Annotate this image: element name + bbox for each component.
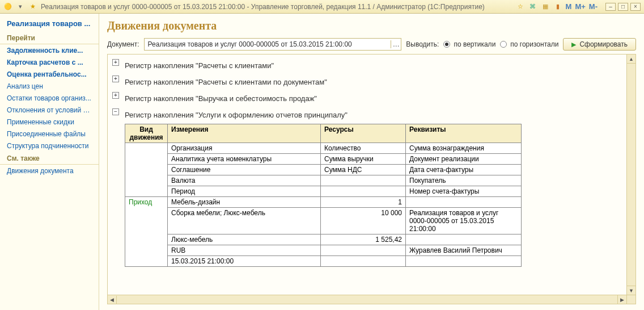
toolbar: Документ: Реализация товаров и услуг 000… xyxy=(99,36,644,54)
expand-reg2[interactable]: + xyxy=(112,76,119,82)
res-val-0: 1 xyxy=(321,197,406,208)
req-label-3: Покупатель xyxy=(406,175,522,186)
expand-reg3[interactable]: + xyxy=(112,92,119,99)
col-res: Ресурсы xyxy=(321,124,406,143)
doc-label: Документ: xyxy=(107,40,139,48)
scroll-up-icon[interactable]: ▲ xyxy=(627,55,635,64)
memory-mminus-button[interactable]: M- xyxy=(589,2,598,11)
sidebar-item-structure[interactable]: Структура подчиненности xyxy=(0,140,99,152)
col-req: Реквизиты xyxy=(406,124,522,143)
page-title: Движения документа xyxy=(99,14,644,36)
dim-val-2: Люкс-мебель xyxy=(168,234,321,245)
req-val-2 xyxy=(406,234,522,245)
dropdown-icon[interactable]: ▾ xyxy=(16,2,25,11)
report-area: + Регистр накопления "Расчеты с клиентам… xyxy=(107,54,636,304)
req-val-0 xyxy=(406,197,522,208)
register-title-3: Регистр накопления "Выручка и себестоимо… xyxy=(125,91,317,105)
register-title-2: Регистр накопления "Расчеты с клиентами … xyxy=(125,74,327,89)
document-field-value: Реализация товаров и услуг 0000-000005 о… xyxy=(145,40,391,48)
star-icon[interactable]: ★ xyxy=(28,2,37,11)
req-label-1: Документ реализации xyxy=(406,154,522,165)
sidebar-section-see: См. также xyxy=(0,152,99,165)
maximize-button[interactable]: □ xyxy=(618,3,628,11)
req-label-2: Дата счета-фактуры xyxy=(406,165,522,175)
scroll-left-icon[interactable]: ◀ xyxy=(108,296,117,304)
vertical-scrollbar[interactable]: ▲ ▼ xyxy=(626,55,635,295)
req-label-4: Номер счета-фактуры xyxy=(406,186,522,197)
radio-vertical-label: по вертикали xyxy=(454,40,495,48)
scroll-down-icon[interactable]: ▼ xyxy=(627,286,635,295)
dim-label-4: Период xyxy=(168,186,321,197)
res-val-2: 1 525,42 xyxy=(321,234,406,245)
generate-button-label: Сформировать xyxy=(579,40,628,48)
dim-label-3: Валюта xyxy=(168,175,321,186)
radio-horizontal[interactable] xyxy=(500,41,507,48)
req-label-0: Сумма вознаграждения xyxy=(406,143,522,154)
sidebar-item-files[interactable]: Присоединенные файлы xyxy=(0,128,99,140)
col-move: Вид движения xyxy=(125,124,168,143)
horizontal-scrollbar[interactable]: ◀ ▶ xyxy=(108,295,626,304)
dim-label-2: Соглашение xyxy=(168,165,321,175)
req-val-4 xyxy=(406,256,522,267)
main-area: Движения документа Документ: Реализация … xyxy=(99,14,644,310)
link-icon[interactable]: ⌘ xyxy=(528,2,537,11)
res-label-1: Сумма выручки xyxy=(321,154,406,165)
sidebar-item-card[interactable]: Карточка расчетов с ... xyxy=(0,57,99,68)
document-field-lookup-button[interactable]: … xyxy=(391,40,401,48)
sidebar-item-pricing[interactable]: Анализ цен xyxy=(0,81,99,92)
resize-handle[interactable] xyxy=(626,295,635,304)
collapse-reg4[interactable]: − xyxy=(112,108,119,115)
dim-label-0: Организация xyxy=(168,143,321,154)
expand-reg1[interactable]: + xyxy=(112,59,119,66)
memory-m-button[interactable]: M xyxy=(566,2,572,11)
output-label: Выводить: xyxy=(406,40,439,48)
dim-val-4: 15.03.2015 21:00:00 xyxy=(168,256,321,267)
app-icon: 🟡 xyxy=(3,2,12,11)
calendar-icon[interactable]: ▮ xyxy=(553,2,562,11)
favorite-icon[interactable]: ☆ xyxy=(516,2,525,11)
sidebar-item-movements[interactable]: Движения документа xyxy=(0,165,99,177)
radio-horizontal-label: по горизонтали xyxy=(510,40,558,48)
dim-label-1: Аналитика учета номенклатуры xyxy=(168,154,321,165)
req-val-3: Журавлев Василий Петрович xyxy=(406,245,522,256)
res-label-2: Сумма НДС xyxy=(321,165,406,175)
res-label-0: Количество xyxy=(321,143,406,154)
generate-button[interactable]: ▶ Сформировать xyxy=(563,38,636,51)
dim-val-3: RUB xyxy=(168,245,321,256)
register-title-4: Регистр накопления "Услуги к оформлению … xyxy=(125,107,624,122)
sidebar: Реализация товаров ... Перейти Задолженн… xyxy=(0,14,99,310)
scroll-right-icon[interactable]: ▶ xyxy=(617,295,626,304)
register-title-1: Регистр накопления "Расчеты с клиентами" xyxy=(125,58,274,72)
col-dims: Измерения xyxy=(168,124,321,143)
sidebar-heading[interactable]: Реализация товаров ... xyxy=(0,17,99,31)
window-title: Реализация товаров и услуг 0000-000005 о… xyxy=(41,3,485,11)
sidebar-item-profit[interactable]: Оценка рентабельнос... xyxy=(0,69,99,80)
sidebar-item-discounts[interactable]: Примененные скидки xyxy=(0,116,99,128)
sidebar-item-stock[interactable]: Остатки товаров организ... xyxy=(0,93,99,104)
sidebar-section-go: Перейти xyxy=(0,32,99,44)
memory-mplus-button[interactable]: M+ xyxy=(575,2,585,11)
document-field[interactable]: Реализация товаров и услуг 0000-000005 о… xyxy=(144,38,402,51)
req-val-1: Реализация товаров и услуг 0000-000005 о… xyxy=(406,208,522,234)
close-button[interactable]: × xyxy=(630,3,641,11)
dim-val-1: Сборка мебели; Люкс-мебель xyxy=(168,208,321,234)
play-icon: ▶ xyxy=(571,41,576,48)
window-title-bar: 🟡 ▾ ★ Реализация товаров и услуг 0000-00… xyxy=(0,0,644,14)
dim-val-0: Мебель-дизайн xyxy=(168,197,321,208)
register-table: Вид движения Измерения Ресурсы Реквизиты… xyxy=(125,124,522,267)
minimize-button[interactable]: – xyxy=(605,3,616,11)
res-val-1: 10 000 xyxy=(321,208,406,234)
move-type: Приход xyxy=(125,197,168,267)
radio-vertical[interactable] xyxy=(443,41,450,48)
calculator-icon[interactable]: ▦ xyxy=(541,2,550,11)
sidebar-item-deviations[interactable]: Отклонения от условий пр... xyxy=(0,104,99,116)
sidebar-item-debt[interactable]: Задолженность клие... xyxy=(0,45,99,56)
